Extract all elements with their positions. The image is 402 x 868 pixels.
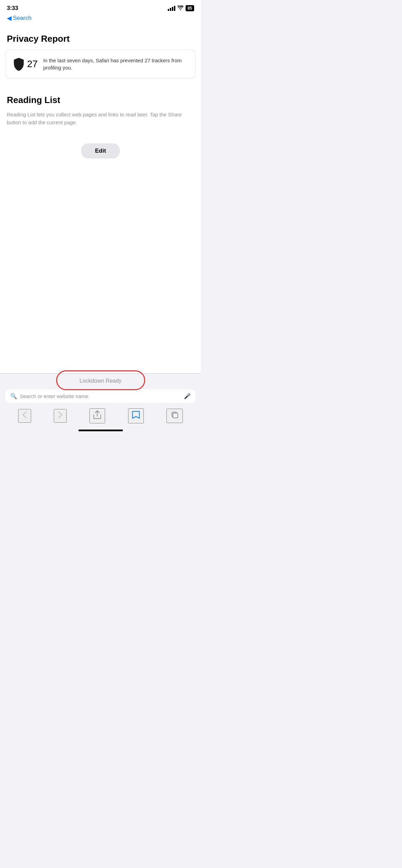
wifi-icon (177, 5, 184, 11)
edit-button-container: Edit (0, 137, 201, 172)
forward-nav-button[interactable] (54, 409, 67, 423)
search-icon: 🔍 (10, 393, 17, 399)
nav-bar: ◀ Search (0, 13, 201, 25)
battery-badge: 85 (186, 5, 194, 11)
lockdown-ready-label: Lockdown Ready (79, 378, 122, 384)
back-nav-button[interactable] (18, 409, 31, 423)
back-button[interactable]: ◀ Search (7, 14, 194, 22)
reading-list-description: Reading List lets you collect web pages … (0, 111, 201, 137)
privacy-report-title: Privacy Report (0, 25, 201, 50)
status-time: 3:33 (7, 5, 18, 12)
lockdown-label-container: Lockdown Ready (0, 374, 201, 387)
toolbar (0, 406, 201, 427)
back-label: Search (13, 15, 32, 22)
signal-bar-4 (174, 6, 175, 11)
status-bar: 3:33 85 (0, 0, 201, 13)
edit-button[interactable]: Edit (81, 143, 120, 158)
bottom-bar: Lockdown Ready 🔍 Search or enter website… (0, 373, 201, 434)
tracker-count: 27 (27, 59, 38, 69)
content-spacer (0, 179, 201, 282)
shield-container: 27 (13, 57, 38, 71)
share-button[interactable] (89, 408, 105, 423)
signal-bars-icon (168, 6, 175, 11)
privacy-description: In the last seven days, Safari has preve… (43, 57, 188, 71)
signal-bar-1 (168, 9, 169, 11)
page-wrapper: 3:33 85 ◀ Search (0, 0, 201, 434)
shield-icon (13, 57, 25, 71)
back-arrow-icon: ◀ (7, 14, 12, 22)
home-bar (78, 430, 123, 431)
microphone-icon[interactable]: 🎤 (184, 393, 191, 399)
svg-rect-1 (173, 413, 178, 418)
search-bar[interactable]: 🔍 Search or enter website name 🎤 (5, 390, 196, 403)
signal-bar-2 (170, 8, 171, 11)
privacy-card: 27 In the last seven days, Safari has pr… (5, 50, 196, 78)
status-icons: 85 (168, 5, 194, 11)
tabs-button[interactable] (166, 409, 183, 423)
home-indicator (0, 427, 201, 434)
reading-list-title: Reading List (0, 87, 201, 111)
reading-list-section: Reading List Reading List lets you colle… (0, 87, 201, 179)
search-input-placeholder: Search or enter website name (20, 393, 181, 399)
signal-bar-3 (172, 7, 173, 11)
bookmarks-button[interactable] (128, 408, 144, 423)
